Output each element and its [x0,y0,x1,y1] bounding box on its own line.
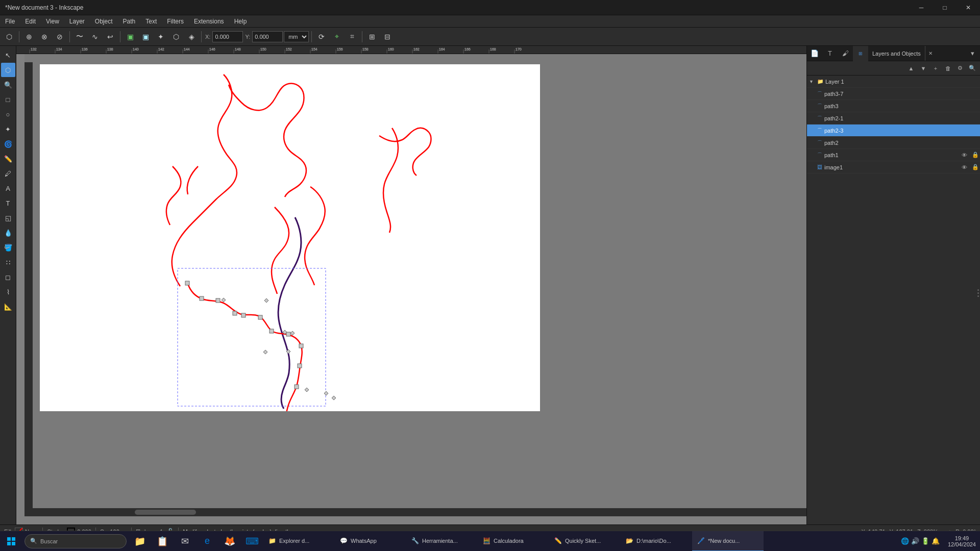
scrollbar-thumb-h[interactable] [135,510,196,515]
tool-hex[interactable]: ⬡ [169,30,183,44]
star-tool[interactable]: ✦ [1,122,15,136]
node-10[interactable] [298,364,302,368]
taskbar-app-explorer[interactable]: 📁 [129,531,151,552]
layer-move-down-button[interactable]: ▼ [918,63,929,74]
tool-path-1[interactable]: ▣ [123,30,137,44]
layer-item-path2[interactable]: ⌒ path2 [807,137,980,149]
taskbar-search[interactable]: 🔍 Buscar [24,534,127,548]
notification-icon[interactable]: 🔔 [932,537,940,545]
eye-icon[interactable]: 👁 [962,152,970,158]
menu-text[interactable]: Text [140,15,162,27]
node-5[interactable] [241,313,246,317]
canvas-container[interactable]: 132 134 136 138 140 142 144 146 148 150 … [16,46,806,524]
layer-delete-button[interactable]: 🗑 [942,63,953,74]
node-7[interactable] [270,329,274,333]
node-9[interactable] [299,344,303,348]
node-4[interactable] [233,311,237,315]
paint-bucket-tool[interactable]: 🪣 [1,240,15,255]
panel-tab-doc[interactable]: 📄 [807,46,822,61]
panel-menu-button[interactable]: ▾ [965,46,980,61]
taskbar-app-edge[interactable]: e [196,531,218,552]
rect-tool[interactable]: □ [1,92,15,107]
handle-5[interactable] [263,350,267,354]
panel-tab-text[interactable]: T [822,46,838,61]
panel-tab-paint[interactable]: 🖌 [838,46,853,61]
layer-settings-button[interactable]: ⚙ [954,63,966,74]
battery-icon[interactable]: 🔋 [921,537,929,545]
tool-diamond[interactable]: ◈ [184,30,199,44]
menu-layer[interactable]: Layer [64,15,90,27]
taskbar-open-explorer[interactable]: 📁 Explorer d... [263,531,335,552]
taskbar-open-sketch[interactable]: ✏️ Quickly Sket... [549,531,621,552]
measure-tool[interactable]: 📐 [1,299,15,314]
lock-icon[interactable]: 🔒 [972,152,980,158]
layer-item-path1[interactable]: ⌒ path1 👁 🔒 [807,149,980,161]
layer-item-path3[interactable]: ⌒ path3 [807,100,980,112]
menu-object[interactable]: Object [90,15,118,27]
tool-path-2[interactable]: ▣ [138,30,153,44]
menu-view[interactable]: View [41,15,64,27]
tool-btn-3[interactable]: ⊘ [53,30,67,44]
handle-2[interactable] [264,298,268,303]
tool-snap-2[interactable]: ⌗ [345,30,359,44]
close-button[interactable]: ✕ [957,0,980,15]
menu-filters[interactable]: Filters [162,15,189,27]
pencil-tool[interactable]: ✏️ [1,152,15,166]
spiral-tool[interactable]: 🌀 [1,137,15,151]
canvas-page[interactable] [40,64,540,411]
taskbar-open-herramienta[interactable]: 🔧 Herramienta... [406,531,478,552]
panel-close-button[interactable]: ✕ [926,49,935,58]
tool-node[interactable]: ⬡ [2,30,16,44]
tool-star[interactable]: ✦ [154,30,168,44]
tool-corner[interactable]: ↩ [103,30,117,44]
node-8[interactable] [286,332,290,336]
tool-btn-1[interactable]: ⊕ [22,30,36,44]
taskbar-open-folder[interactable]: 📂 D:\mario\Do... [621,531,692,552]
node-3[interactable] [216,298,220,303]
layer-move-up-button[interactable]: ▲ [905,63,917,74]
menu-path[interactable]: Path [118,15,141,27]
node-6[interactable] [258,315,262,319]
node-2[interactable] [200,296,204,300]
layer-item-path2-3[interactable]: ⌒ path2-3 [807,124,980,137]
panel-resize-handle[interactable] [976,285,980,300]
layer-search-button[interactable]: 🔍 [967,63,978,74]
handle-1[interactable] [222,298,226,302]
eyedropper-tool[interactable]: 💧 [1,226,15,240]
tool-btn-2[interactable]: ⊗ [37,30,52,44]
menu-edit[interactable]: Edit [20,15,41,27]
layer-item-image1[interactable]: 🖼 image1 👁 🔒 [807,161,980,173]
tool-curve[interactable]: ∿ [88,30,102,44]
handle-8[interactable] [324,391,328,395]
pen-tool[interactable]: 🖊 [1,166,15,181]
path2-3-selected[interactable] [188,284,302,411]
minimize-button[interactable]: ─ [910,0,933,15]
lock-icon[interactable]: 🔒 [972,164,980,170]
circle-tool[interactable]: ○ [1,107,15,121]
menu-help[interactable]: Help [229,15,252,27]
layer-item-layer1[interactable]: ▼ 📁 Layer 1 [807,76,980,88]
tool-ctrl[interactable]: ⊟ [380,30,395,44]
text-tool[interactable]: T [1,196,15,210]
start-button[interactable] [0,531,22,552]
taskbar-app-mail[interactable]: ✉ [174,531,196,552]
tool-transform[interactable]: ⟳ [314,30,329,44]
layer-item-path3-7[interactable]: ⌒ path3-7 [807,88,980,100]
unit-select[interactable]: mmpxcmin [284,31,309,42]
horizontal-scrollbar[interactable] [33,508,806,516]
taskbar-app-firefox[interactable]: 🦊 [218,531,241,552]
eye-icon[interactable]: 👁 [962,164,970,170]
menu-file[interactable]: File [0,15,20,27]
canvas-area[interactable] [24,54,806,516]
maximize-button[interactable]: □ [933,0,957,15]
taskbar-open-calculadora[interactable]: 🧮 Calculadora [478,531,549,552]
node-11[interactable] [295,385,299,389]
connector-tool[interactable]: ⌇ [1,285,15,299]
tool-snap-1[interactable]: ⌖ [330,30,344,44]
node-1[interactable] [185,281,189,285]
y-input[interactable] [252,31,283,42]
calligraphy-tool[interactable]: A [1,181,15,195]
tool-show-box[interactable]: ⊞ [365,30,379,44]
spray-tool[interactable]: ∷ [1,255,15,269]
expand-icon[interactable]: ▼ [809,79,815,84]
